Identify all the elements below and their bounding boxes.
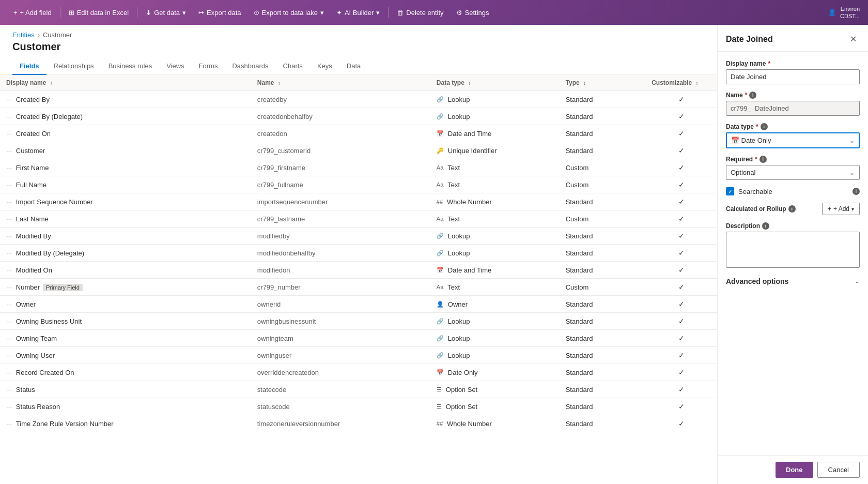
breadcrumb-entities-link[interactable]: Entities	[12, 31, 35, 39]
table-row: ···Modified By (Delegate)modifiedonbehal…	[0, 245, 717, 262]
row-dots[interactable]: ···	[6, 215, 12, 223]
cell-name: statuscode	[251, 398, 430, 415]
row-dots[interactable]: ···	[6, 249, 12, 257]
data-type-text: Text	[447, 215, 460, 223]
row-dots[interactable]: ···	[6, 386, 12, 394]
row-dots[interactable]: ···	[6, 198, 12, 206]
data-type-text: Whole Number	[447, 420, 492, 428]
display-name-required-star: *	[768, 60, 770, 67]
col-header-display-name[interactable]: Display name ↑	[0, 75, 251, 91]
export-lake-button[interactable]: ⊙ Export to data lake ▾	[249, 6, 329, 20]
check-icon: ✓	[678, 129, 685, 138]
sort-icon-name: ↕	[278, 80, 281, 86]
export-data-button[interactable]: ↦ Export data	[193, 6, 246, 20]
data-type-icon: ##	[437, 420, 443, 427]
row-dots[interactable]: ···	[6, 164, 12, 172]
row-dots[interactable]: ···	[6, 232, 12, 240]
delete-icon: 🗑	[397, 9, 404, 17]
page-title: Customer	[12, 41, 705, 53]
data-type-cell-content: AaText	[437, 164, 553, 172]
check-icon: ✓	[678, 198, 685, 206]
data-type-label: Data type * i	[726, 123, 860, 130]
advanced-options-row[interactable]: Advanced options ⌄	[726, 275, 860, 288]
description-textarea[interactable]	[726, 232, 860, 268]
display-name-text: Import Sequence Number	[16, 198, 93, 206]
tab-relationships[interactable]: Relationships	[47, 58, 101, 75]
required-select[interactable]: Optional Business Required System Requir…	[726, 165, 860, 180]
row-dots[interactable]: ···	[6, 317, 12, 325]
name-group: Name * i	[726, 92, 860, 116]
row-dots[interactable]: ···	[6, 283, 12, 291]
data-type-cell-content: 🔗Lookup	[437, 249, 553, 257]
user-icon: 👤	[828, 9, 836, 16]
required-label: Required * i	[726, 156, 860, 163]
cancel-button[interactable]: Cancel	[817, 462, 860, 478]
data-type-text: Text	[447, 164, 460, 172]
row-dots[interactable]: ···	[6, 420, 12, 428]
display-name-input[interactable]	[726, 69, 860, 84]
searchable-label[interactable]: Searchable	[738, 188, 772, 195]
done-button[interactable]: Done	[776, 462, 813, 478]
cell-display-name: ···Customer	[0, 142, 251, 159]
name-input[interactable]	[726, 101, 860, 116]
tab-forms[interactable]: Forms	[192, 58, 225, 75]
row-dots[interactable]: ···	[6, 335, 12, 342]
col-header-name[interactable]: Name ↕	[251, 75, 430, 91]
cell-type: Standard	[560, 262, 646, 279]
searchable-checkbox[interactable]	[726, 187, 734, 195]
col-header-type[interactable]: Type ↕	[560, 75, 646, 91]
cell-display-name: ···Created By	[0, 91, 251, 108]
row-dots[interactable]: ···	[6, 266, 12, 274]
display-name-text: First Name	[16, 164, 49, 172]
tab-fields[interactable]: Fields	[12, 58, 47, 75]
row-dots[interactable]: ···	[6, 352, 12, 359]
table-row: ···Statusstatecode☰Option SetStandard✓	[0, 381, 717, 398]
row-dots[interactable]: ···	[6, 130, 12, 138]
data-type-text: Lookup	[448, 113, 470, 120]
cell-display-name: ···Import Sequence Number	[0, 193, 251, 210]
add-field-button[interactable]: + + Add field	[8, 6, 57, 20]
close-panel-button[interactable]: ✕	[847, 33, 860, 45]
data-type-icon: 📅	[437, 369, 444, 376]
cell-data-type: AaText	[430, 279, 560, 296]
data-type-text: Owner	[448, 300, 468, 308]
cell-type: Standard	[560, 398, 646, 415]
add-calc-button[interactable]: + + Add ▾	[822, 203, 860, 215]
row-dots[interactable]: ···	[6, 181, 12, 189]
row-dots[interactable]: ···	[6, 147, 12, 155]
get-data-button[interactable]: ⬇ Get data ▾	[141, 6, 191, 20]
tab-keys[interactable]: Keys	[310, 58, 339, 75]
tab-dashboards[interactable]: Dashboards	[225, 58, 275, 75]
cell-type: Custom	[560, 279, 646, 296]
row-dots[interactable]: ···	[6, 403, 12, 411]
cell-type: Standard	[560, 193, 646, 210]
display-name-text: Full Name	[16, 181, 47, 189]
row-dots[interactable]: ···	[6, 369, 12, 376]
ai-builder-button[interactable]: ✦ AI Builder ▾	[331, 6, 385, 20]
data-type-cell-content: AaText	[437, 215, 553, 223]
data-type-cell-content: AaText	[437, 181, 553, 189]
data-type-icon: Aa	[437, 164, 443, 171]
cell-name: statecode	[251, 381, 430, 398]
col-header-data-type[interactable]: Data type ↕	[430, 75, 560, 91]
cell-name: owningbusinessunit	[251, 313, 430, 330]
row-dots[interactable]: ···	[6, 300, 12, 308]
cell-display-name: ···Modified By	[0, 228, 251, 245]
row-dots[interactable]: ···	[6, 96, 12, 103]
table-container[interactable]: Display name ↑ Name ↕ Data type ↕ Type	[0, 75, 717, 484]
settings-button[interactable]: ⚙ Settings	[451, 6, 494, 20]
delete-entity-button[interactable]: 🗑 Delete entity	[392, 6, 448, 20]
check-icon: ✓	[678, 419, 685, 428]
tab-business-rules[interactable]: Business rules	[101, 58, 160, 75]
tab-views[interactable]: Views	[159, 58, 191, 75]
tab-charts[interactable]: Charts	[276, 58, 310, 75]
cell-customizable: ✓	[645, 279, 717, 296]
data-type-icon: 🔗	[437, 352, 444, 359]
edit-excel-button[interactable]: ⊞ Edit data in Excel	[64, 6, 134, 20]
cell-data-type: 📅Date and Time	[430, 262, 560, 279]
data-type-select[interactable]: 📅 Date Only 📅 Date and Time Aa Text ## W…	[726, 132, 860, 148]
row-dots[interactable]: ···	[6, 113, 12, 120]
col-header-customizable[interactable]: Customizable ↕	[645, 75, 717, 91]
cell-display-name: ···Modified By (Delegate)	[0, 245, 251, 262]
tab-data[interactable]: Data	[339, 58, 368, 75]
